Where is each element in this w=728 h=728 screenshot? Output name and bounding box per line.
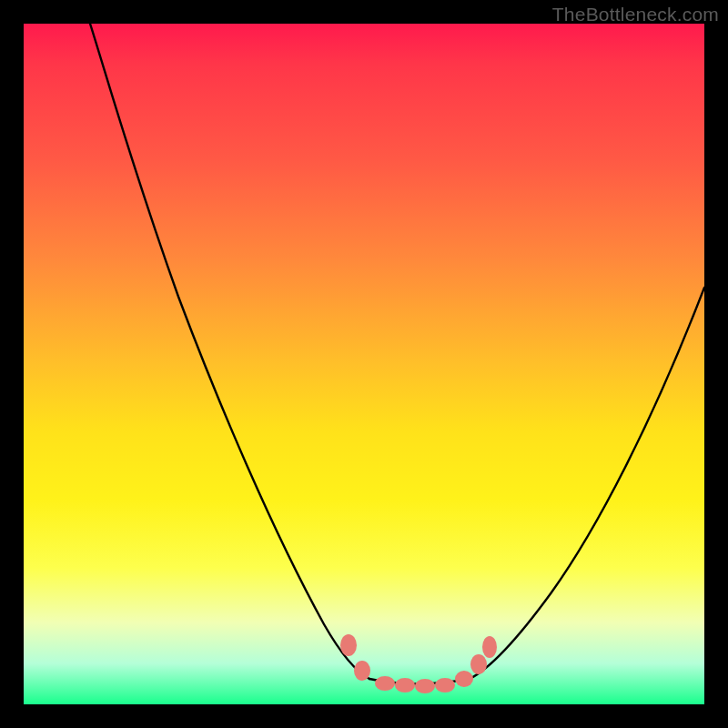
highlight-dot [340,634,357,656]
bottleneck-curve [24,24,704,704]
highlight-dot [482,636,497,658]
right-branch-path [470,288,704,679]
highlight-dot [354,661,370,681]
highlight-dot [470,654,487,674]
highlight-dot [455,671,473,687]
highlight-dot [395,678,415,693]
highlight-dots-group [340,634,497,693]
highlight-dot [375,676,395,691]
highlight-dot [435,678,455,693]
chart-plot-area [24,24,704,704]
watermark-text: TheBottleneck.com [552,4,719,25]
highlight-dot [415,679,435,693]
left-branch-path [90,24,369,679]
